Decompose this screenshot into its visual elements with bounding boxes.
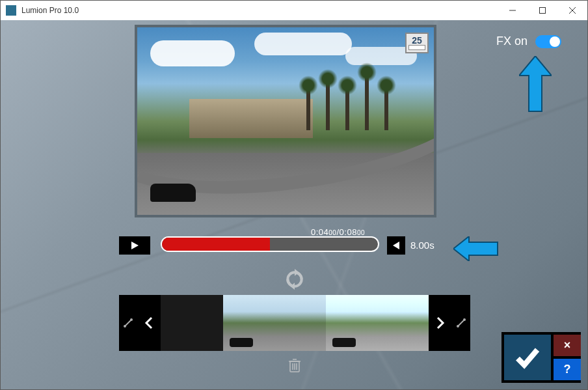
progress-bar[interactable] bbox=[161, 236, 379, 252]
fps-badge: 25 bbox=[405, 33, 429, 53]
clip-thumb-1[interactable] bbox=[223, 295, 326, 351]
cancel-label: × bbox=[564, 339, 571, 352]
fx-label: FX on bbox=[496, 35, 528, 48]
delete-clip-button[interactable] bbox=[287, 357, 302, 373]
fx-toggle-row: FX on bbox=[496, 35, 561, 48]
window-controls bbox=[498, 1, 587, 20]
time-label: 0:0400/0:0800 bbox=[311, 227, 365, 237]
clip-thumb-2[interactable] bbox=[326, 295, 429, 351]
clip-strip bbox=[119, 295, 470, 351]
refresh-button[interactable] bbox=[282, 266, 308, 292]
check-icon bbox=[514, 344, 541, 370]
maximize-button[interactable] bbox=[528, 1, 557, 20]
svg-marker-7 bbox=[393, 242, 399, 249]
prev-icon bbox=[393, 242, 399, 249]
clip-empty-slot[interactable] bbox=[161, 295, 223, 351]
minimize-button[interactable] bbox=[498, 1, 528, 20]
svg-point-12 bbox=[130, 318, 133, 321]
svg-marker-4 bbox=[519, 56, 552, 111]
clip-link-start[interactable] bbox=[119, 295, 137, 351]
workspace: FX on 25 0:0400/0:0800 bbox=[1, 20, 587, 389]
svg-point-14 bbox=[457, 325, 459, 327]
annotation-arrow-up-icon bbox=[519, 56, 552, 117]
chevron-right-icon bbox=[436, 316, 445, 329]
app-icon bbox=[6, 5, 16, 16]
titlebar: Lumion Pro 10.0 bbox=[1, 1, 587, 20]
svg-rect-1 bbox=[540, 8, 546, 14]
refresh-icon bbox=[284, 269, 305, 290]
preview-viewport[interactable]: 25 bbox=[135, 25, 436, 217]
clip-link-end[interactable] bbox=[452, 295, 470, 351]
link-icon bbox=[456, 318, 466, 328]
clip-nav-prev[interactable] bbox=[137, 295, 161, 351]
progress-fill bbox=[162, 238, 270, 251]
fx-toggle[interactable] bbox=[535, 35, 561, 48]
clip-duration[interactable]: 8.00s bbox=[410, 240, 434, 251]
trash-icon bbox=[288, 358, 301, 372]
help-label: ? bbox=[564, 363, 571, 376]
svg-marker-5 bbox=[453, 236, 498, 261]
previous-camera-button[interactable] bbox=[387, 236, 405, 255]
svg-point-11 bbox=[124, 325, 126, 327]
chevron-left-icon bbox=[144, 316, 154, 329]
scene-render bbox=[137, 27, 434, 215]
help-button[interactable]: ? bbox=[554, 359, 581, 380]
svg-point-15 bbox=[463, 318, 466, 321]
clip-nav-next[interactable] bbox=[429, 295, 452, 351]
svg-marker-6 bbox=[131, 242, 139, 249]
confirm-panel: × ? bbox=[501, 332, 581, 383]
confirm-ok-button[interactable] bbox=[504, 335, 551, 380]
confirm-cancel-button[interactable]: × bbox=[554, 335, 581, 356]
annotation-arrow-left-icon bbox=[453, 236, 499, 264]
link-icon bbox=[123, 318, 133, 328]
play-icon bbox=[130, 241, 139, 250]
play-button[interactable] bbox=[119, 236, 150, 255]
close-button[interactable] bbox=[557, 1, 587, 20]
window-title: Lumion Pro 10.0 bbox=[21, 6, 79, 15]
fps-value: 25 bbox=[412, 35, 422, 46]
